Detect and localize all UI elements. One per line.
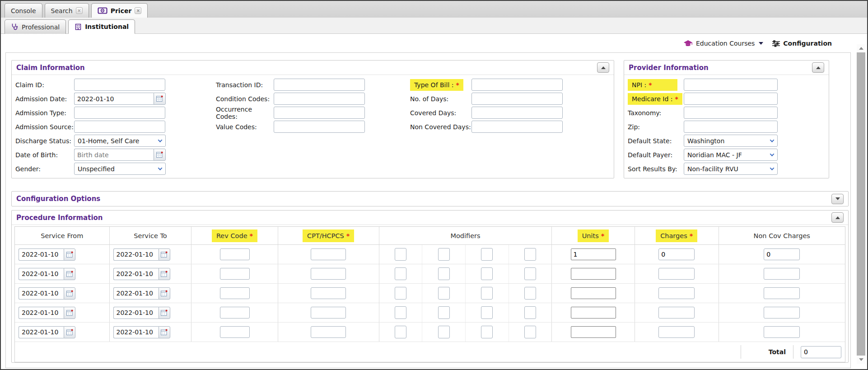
- tab-search[interactable]: Search: [45, 3, 89, 18]
- modifier-input[interactable]: [524, 306, 536, 319]
- charges-input[interactable]: [658, 248, 695, 260]
- modifier-input[interactable]: [395, 267, 406, 280]
- modifier-input[interactable]: [481, 287, 493, 300]
- modifier-input[interactable]: [438, 248, 450, 261]
- service-to-input[interactable]: [113, 326, 159, 338]
- scroll-down-button[interactable]: [857, 356, 865, 364]
- service-to-input[interactable]: [113, 248, 159, 261]
- service-from-input[interactable]: [19, 248, 64, 261]
- charges-input[interactable]: [658, 268, 695, 280]
- modifier-input[interactable]: [481, 326, 493, 338]
- total-input[interactable]: [801, 346, 841, 358]
- cpt-hcpcs-input[interactable]: [311, 268, 346, 280]
- calendar-button[interactable]: [64, 307, 75, 319]
- zip-input[interactable]: [684, 121, 778, 133]
- service-to-input[interactable]: [113, 268, 159, 280]
- charges-input[interactable]: [658, 326, 695, 338]
- modifier-input[interactable]: [524, 326, 536, 338]
- calendar-button[interactable]: [159, 307, 170, 319]
- admission-type-input[interactable]: [74, 107, 165, 119]
- calendar-button[interactable]: [159, 326, 170, 338]
- calendar-button[interactable]: [159, 287, 170, 300]
- transaction-id-input[interactable]: [274, 79, 365, 91]
- modifier-input[interactable]: [524, 248, 536, 261]
- admission-source-input[interactable]: [74, 121, 165, 133]
- modifier-input[interactable]: [524, 287, 536, 300]
- medicare-id-input[interactable]: [684, 93, 778, 105]
- non-cov-charges-input[interactable]: [764, 326, 800, 338]
- modifier-input[interactable]: [438, 267, 450, 280]
- modifier-input[interactable]: [481, 267, 493, 280]
- cpt-hcpcs-input[interactable]: [311, 326, 346, 338]
- tab-pricer[interactable]: Pricer: [91, 3, 148, 18]
- vertical-scrollbar[interactable]: [857, 44, 865, 364]
- modifier-input[interactable]: [395, 287, 406, 300]
- cpt-hcpcs-input[interactable]: [311, 287, 346, 299]
- modifier-input[interactable]: [395, 248, 406, 261]
- value-codes-input[interactable]: [274, 121, 365, 133]
- service-from-input[interactable]: [19, 326, 64, 338]
- cpt-hcpcs-input[interactable]: [311, 307, 346, 318]
- covered-days-input[interactable]: [471, 107, 563, 119]
- scroll-up-button[interactable]: [857, 44, 865, 52]
- discharge-status-select[interactable]: 01-Home, Self Care: [74, 135, 166, 147]
- collapse-button[interactable]: [812, 62, 824, 73]
- calendar-button[interactable]: [64, 268, 75, 280]
- claim-id-input[interactable]: [74, 79, 165, 91]
- occurrence-codes-input[interactable]: [274, 107, 365, 119]
- service-to-input[interactable]: [113, 287, 159, 300]
- units-input[interactable]: [571, 248, 616, 260]
- close-icon[interactable]: [76, 7, 83, 14]
- calendar-button[interactable]: [159, 248, 170, 261]
- rev-code-input[interactable]: [220, 287, 250, 299]
- units-input[interactable]: [571, 307, 616, 318]
- collapse-button[interactable]: [831, 212, 844, 223]
- condition-codes-input[interactable]: [274, 93, 365, 105]
- non-covered-days-input[interactable]: [471, 121, 563, 133]
- non-cov-charges-input[interactable]: [764, 248, 800, 260]
- taxonomy-input[interactable]: [684, 107, 778, 119]
- education-courses-menu[interactable]: Education Courses: [683, 40, 763, 47]
- npi-input[interactable]: [684, 79, 778, 91]
- calendar-button[interactable]: [64, 326, 75, 338]
- calendar-button[interactable]: [64, 248, 75, 261]
- cpt-hcpcs-input[interactable]: [311, 248, 346, 260]
- units-input[interactable]: [571, 287, 616, 299]
- modifier-input[interactable]: [395, 306, 406, 319]
- non-cov-charges-input[interactable]: [764, 307, 800, 318]
- calendar-button[interactable]: [154, 149, 166, 161]
- non-cov-charges-input[interactable]: [764, 268, 800, 280]
- rev-code-input[interactable]: [220, 307, 250, 318]
- tab-professional[interactable]: Professional: [5, 19, 66, 34]
- service-from-input[interactable]: [19, 307, 64, 319]
- sort-results-select[interactable]: Non-facility RVU: [684, 163, 778, 175]
- default-payer-select[interactable]: Noridian MAC - JF: [684, 149, 778, 161]
- gender-select[interactable]: Unspecified: [74, 163, 166, 175]
- charges-input[interactable]: [658, 307, 695, 318]
- calendar-button[interactable]: [159, 268, 170, 280]
- rev-code-input[interactable]: [220, 248, 250, 260]
- units-input[interactable]: [571, 326, 616, 338]
- admission-date-input[interactable]: [74, 93, 154, 105]
- non-cov-charges-input[interactable]: [764, 287, 800, 299]
- collapse-button[interactable]: [597, 62, 609, 73]
- tab-institutional[interactable]: Institutional: [68, 19, 135, 34]
- units-input[interactable]: [571, 268, 616, 280]
- charges-input[interactable]: [658, 287, 695, 299]
- rev-code-input[interactable]: [220, 326, 250, 338]
- service-to-input[interactable]: [113, 307, 159, 319]
- configuration-button[interactable]: Configuration: [772, 40, 832, 47]
- modifier-input[interactable]: [524, 267, 536, 280]
- modifier-input[interactable]: [481, 306, 493, 319]
- expand-button[interactable]: [831, 194, 844, 204]
- scrollbar-thumb[interactable]: [857, 52, 865, 356]
- calendar-button[interactable]: [64, 287, 75, 300]
- type-of-bill-input[interactable]: [471, 79, 563, 91]
- modifier-input[interactable]: [438, 306, 450, 319]
- modifier-input[interactable]: [481, 248, 493, 261]
- service-from-input[interactable]: [19, 268, 64, 280]
- default-state-select[interactable]: Washington: [684, 135, 778, 147]
- close-icon[interactable]: [135, 7, 141, 14]
- modifier-input[interactable]: [438, 287, 450, 300]
- modifier-input[interactable]: [438, 326, 450, 338]
